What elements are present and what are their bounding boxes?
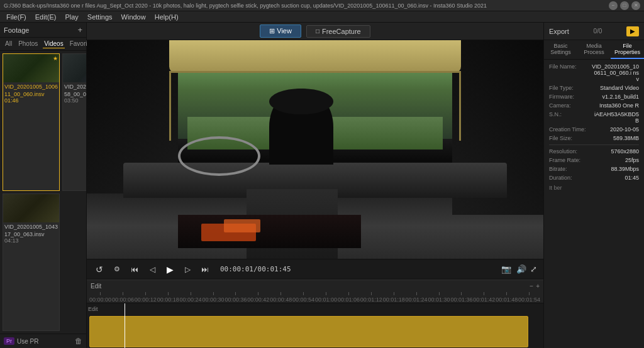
loop-button[interactable]: ↺ bbox=[93, 263, 106, 276]
ruler-mark-8: 00:00:48 bbox=[270, 292, 292, 303]
footage-thumb-2 bbox=[63, 54, 86, 82]
close-button[interactable]: ✕ bbox=[631, 1, 640, 10]
ruler-mark-14: 00:01:24 bbox=[406, 292, 428, 303]
prop-camera-label: Camera: bbox=[549, 102, 590, 109]
maximize-button[interactable]: □ bbox=[620, 1, 629, 10]
frame-forward-button[interactable]: ▷ bbox=[181, 263, 194, 276]
menu-edit[interactable]: Edit(E) bbox=[31, 13, 60, 21]
export-tab-basic[interactable]: Basic Settings bbox=[544, 40, 577, 59]
footage-name-2: VID_20201005_1019 bbox=[63, 82, 86, 90]
prop-firmware-label: Firmware: bbox=[549, 94, 590, 100]
export-tabs: Basic Settings Media Process File Proper… bbox=[544, 40, 644, 60]
prop-duration-value: 01:45 bbox=[625, 175, 639, 181]
time-display: 00:00:01/00:01:45 bbox=[220, 265, 291, 273]
right-panel: Export 0/0 ▶ Basic Settings Media Proces… bbox=[543, 23, 644, 348]
prop-filesize-value: 589.38MB bbox=[613, 135, 639, 141]
prop-resolution-value: 5760x2880 bbox=[611, 148, 639, 155]
volume-button[interactable]: 🔊 bbox=[516, 264, 526, 274]
export-count: 0/0 bbox=[593, 28, 602, 35]
ruler-mark-18: 00:01:48 bbox=[496, 292, 518, 303]
prop-creation-value: 2020-10-05 bbox=[610, 126, 639, 133]
footage-item-3[interactable]: VID_20201005_1043 17_00_063.insv 04:13 bbox=[3, 193, 60, 331]
prop-duration-label: Duration: bbox=[549, 175, 590, 181]
footage-thumb-1: ★ bbox=[3, 54, 59, 82]
footage-name-3: VID_20201005_1043 bbox=[3, 222, 59, 230]
prop-filesize: File Size: 589.38MB bbox=[549, 135, 639, 141]
settings-button[interactable]: ⚙ bbox=[111, 263, 123, 276]
menu-file[interactable]: File(F) bbox=[3, 13, 30, 21]
playback-right-controls: 📷 🔊 ⤢ bbox=[500, 263, 537, 276]
prop-framerate-label: Frame Rate: bbox=[549, 157, 590, 163]
car-scene bbox=[87, 40, 543, 259]
delete-icon[interactable]: 🗑 bbox=[75, 337, 82, 345]
ruler-mark-13: 00:01:18 bbox=[383, 292, 405, 303]
menu-help[interactable]: Help(H) bbox=[151, 13, 182, 21]
frame-back-button[interactable]: ◁ bbox=[146, 263, 158, 276]
video-track-bar[interactable] bbox=[89, 316, 528, 347]
pr-label: Use PR bbox=[17, 338, 38, 345]
footage-tab-videos[interactable]: Videos bbox=[43, 40, 64, 48]
minimize-button[interactable]: − bbox=[609, 1, 618, 10]
video-preview[interactable] bbox=[87, 40, 543, 259]
center-area: ⊞ View □ FreeCapture bbox=[87, 23, 543, 348]
timeline-tracks[interactable]: Edit bbox=[87, 303, 543, 348]
itber-region: It ber bbox=[549, 183, 639, 191]
prop-bitrate-value: 88.39Mbps bbox=[611, 166, 639, 172]
footage-title: Footage bbox=[4, 26, 29, 34]
zoom-in-button[interactable]: + bbox=[536, 283, 540, 290]
ruler-marks: 00:00:00 00:00:06 00:00:12 00:00:18 00:0… bbox=[89, 292, 541, 303]
prop-firmware-value: v1.2.16_build1 bbox=[602, 94, 639, 100]
skip-back-button[interactable]: ⏮ bbox=[128, 263, 141, 276]
view-button[interactable]: ⊞ View bbox=[260, 24, 301, 38]
file-properties: File Name: VID_20201005_100611_00_060.i … bbox=[544, 60, 644, 348]
play-button[interactable]: ▶ bbox=[164, 263, 176, 276]
freecapture-label: FreeCapture bbox=[322, 28, 361, 35]
ruler-mark-16: 00:01:36 bbox=[450, 292, 472, 303]
freecapture-button[interactable]: □ FreeCapture bbox=[306, 25, 370, 38]
screenshot-button[interactable]: 📷 bbox=[500, 263, 513, 276]
edit-bar: Edit − + bbox=[87, 280, 543, 292]
footage-tab-all[interactable]: All bbox=[4, 40, 13, 48]
footage-tab-photos[interactable]: Photos bbox=[17, 40, 39, 48]
ruler-mark-7: 00:00:42 bbox=[247, 292, 269, 303]
prop-filesize-label: File Size: bbox=[549, 135, 590, 141]
footage-subname-1: 11_00_060.insv bbox=[3, 90, 59, 97]
footage-thumb-3 bbox=[3, 194, 59, 222]
timeline-ruler: 00:00:00 00:00:06 00:00:12 00:00:18 00:0… bbox=[87, 292, 543, 303]
menu-settings[interactable]: Settings bbox=[84, 13, 116, 21]
footage-tabs: All Photos Videos Favorites bbox=[0, 38, 86, 51]
footage-add-icon[interactable]: + bbox=[77, 25, 82, 35]
skip-forward-button[interactable]: ⏭ bbox=[199, 263, 211, 276]
edit-label: Edit bbox=[91, 283, 101, 290]
video-track[interactable] bbox=[89, 316, 541, 347]
prop-duration: Duration: 01:45 bbox=[549, 175, 639, 181]
zoom-out-button[interactable]: − bbox=[530, 283, 533, 290]
prop-framerate-value: 25fps bbox=[625, 157, 639, 163]
ruler-mark-1: 00:00:06 bbox=[112, 292, 134, 303]
footage-subname-3: 17_00_063.insv bbox=[3, 230, 59, 237]
footage-item-2[interactable]: VID_20201005_1019 58_00_061.insv 03:50 bbox=[62, 53, 86, 191]
fullscreen-button[interactable]: ⤢ bbox=[530, 264, 537, 274]
export-tab-media[interactable]: Media Process bbox=[577, 40, 611, 59]
footage-header: Footage + bbox=[0, 23, 86, 38]
footage-item-1[interactable]: ★ VID_20201005_1006 11_00_060.insv 01:46 bbox=[3, 53, 60, 191]
export-tab-file[interactable]: File Properties bbox=[611, 40, 644, 59]
playback-bar: ↺ ⚙ ⏮ ◁ ▶ ▷ ⏭ 00:00:01/00:01:45 📷 🔊 ⤢ bbox=[87, 259, 543, 279]
prop-creation-label: Creation Time: bbox=[549, 126, 590, 133]
ruler-mark-11: 00:01:06 bbox=[338, 292, 360, 303]
export-go-button[interactable]: ▶ bbox=[626, 26, 639, 36]
timeline-zoom: − + bbox=[530, 283, 540, 290]
prop-camera: Camera: Insta360 One R bbox=[549, 102, 639, 109]
ruler-mark-4: 00:00:24 bbox=[180, 292, 202, 303]
footage-subname-2: 58_00_061.insv bbox=[63, 90, 86, 97]
prop-filename: File Name: VID_20201005_100611_00_060.i … bbox=[549, 63, 639, 82]
menu-play[interactable]: Play bbox=[61, 13, 82, 21]
menu-window[interactable]: Window bbox=[118, 13, 150, 21]
titlebar-controls: − □ ✕ bbox=[609, 1, 640, 10]
footage-duration-2: 03:50 bbox=[63, 97, 86, 105]
prop-sn: S.N.: iAEAH53A5KBD5B bbox=[549, 111, 639, 124]
playhead[interactable] bbox=[125, 303, 125, 348]
ruler-mark-19: 00:01:54 bbox=[518, 292, 540, 303]
star-icon-1: ★ bbox=[53, 55, 58, 62]
main-layout: Footage + All Photos Videos Favorites ★ … bbox=[0, 23, 644, 348]
